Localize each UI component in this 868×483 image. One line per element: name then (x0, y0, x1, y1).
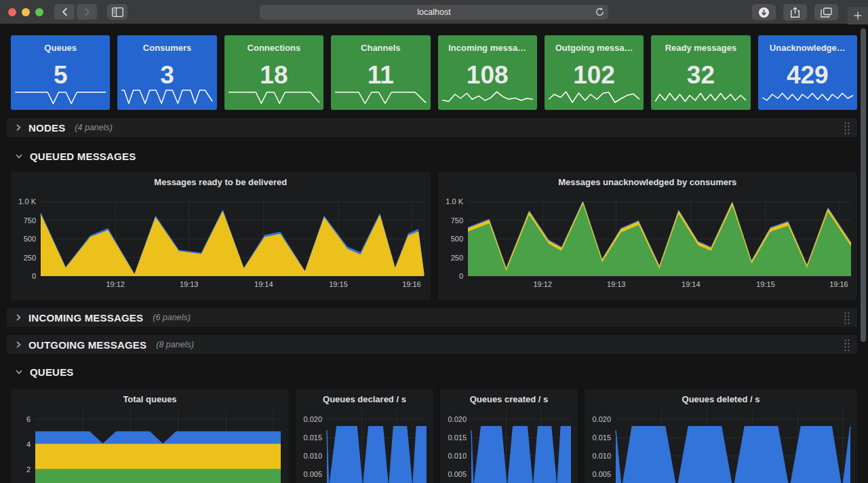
row-title: QUEUES (30, 366, 74, 378)
close-window-button[interactable] (8, 8, 16, 16)
sparkline-chart (335, 83, 426, 106)
panel-title[interactable]: Queues created / s (440, 394, 578, 404)
download-icon (758, 7, 770, 18)
grafana-dashboard: Queues 5 Consumers 3 Connections 18 Chan… (0, 24, 868, 483)
downloads-button[interactable] (752, 4, 776, 20)
svg-text:19:13: 19:13 (180, 280, 199, 288)
svg-text:19:15: 19:15 (756, 280, 775, 288)
row-nodes[interactable]: NODES (4 panels) (7, 118, 857, 137)
svg-text:19:12: 19:12 (533, 280, 552, 288)
svg-text:0.010: 0.010 (448, 452, 467, 460)
stat-title: Ready messages (665, 43, 737, 53)
row-title: QUEUED MESSAGES (30, 151, 136, 162)
svg-text:19:15: 19:15 (329, 280, 348, 288)
window-controls (8, 8, 43, 16)
panel-title[interactable]: Queues declared / s (296, 394, 433, 404)
row-incoming-messages[interactable]: INCOMING MESSAGES (6 panels) (7, 308, 857, 327)
svg-text:0.020: 0.020 (303, 415, 322, 423)
sidebar-toggle-button[interactable] (107, 4, 127, 20)
share-button[interactable] (783, 4, 807, 20)
svg-text:19:16: 19:16 (829, 280, 848, 288)
reload-button[interactable] (595, 7, 605, 20)
svg-text:4: 4 (26, 440, 31, 448)
sparkline-chart (655, 83, 746, 106)
chevron-down-icon (15, 153, 23, 159)
svg-text:250: 250 (450, 254, 462, 262)
section-queues[interactable]: QUEUES (11, 362, 857, 381)
back-button[interactable] (54, 4, 75, 20)
stat-panel-outgoing-messages[interactable]: Outgoing messa… 102 (545, 35, 644, 110)
chevron-left-icon (62, 7, 68, 16)
forward-button[interactable] (77, 4, 97, 20)
panel-title[interactable]: Messages unacknowledged by consumers (438, 177, 858, 187)
stat-panel-connections[interactable]: Connections 18 (224, 35, 323, 110)
svg-text:0.020: 0.020 (448, 415, 467, 423)
svg-text:1.0 K: 1.0 K (18, 197, 36, 206)
svg-text:750: 750 (450, 216, 462, 225)
sparkline-chart (442, 83, 533, 106)
scrollbar-thumb[interactable] (861, 28, 866, 342)
address-bar[interactable]: localhost (260, 5, 608, 20)
svg-text:1.0 K: 1.0 K (446, 197, 463, 206)
stat-panel-incoming-messages[interactable]: Incoming messa… 108 (438, 35, 537, 110)
row-drag-handle[interactable] (844, 121, 851, 134)
reload-icon (595, 7, 605, 17)
svg-text:0.015: 0.015 (448, 433, 467, 442)
row-drag-handle[interactable] (844, 311, 851, 324)
stat-title: Connections (248, 43, 301, 53)
stat-panel-queues[interactable]: Queues 5 (11, 35, 110, 110)
queues-panels: Total queues 0246 Queues declared / s 0.… (11, 389, 857, 483)
svg-text:250: 250 (24, 254, 36, 262)
new-tab-button[interactable] (848, 7, 868, 24)
svg-text:500: 500 (24, 235, 36, 243)
svg-text:0.010: 0.010 (592, 452, 611, 460)
stat-panel-channels[interactable]: Channels 11 (331, 35, 430, 110)
stat-title: Queues (44, 43, 77, 53)
panel-messages-ready: Messages ready to be delivered 025050075… (11, 172, 431, 301)
svg-text:19:12: 19:12 (106, 280, 125, 288)
svg-text:19:13: 19:13 (606, 280, 625, 288)
chevron-right-icon (84, 7, 90, 16)
row-title: NODES (28, 122, 65, 134)
panel-title[interactable]: Queues deleted / s (585, 394, 857, 404)
row-outgoing-messages[interactable]: OUTGOING MESSAGES (8 panels) (7, 335, 857, 354)
sparkline-chart (15, 83, 106, 106)
svg-text:0: 0 (458, 272, 462, 280)
sidebar-icon (112, 7, 123, 17)
row-title: INCOMING MESSAGES (28, 312, 143, 324)
browser-chrome: localhost (0, 0, 868, 24)
panel-queues-declared: Queues declared / s 0.0050.0100.0150.020 (296, 389, 433, 483)
chevron-down-icon (15, 368, 23, 375)
sparkline-chart (549, 83, 639, 106)
tab-overview-button[interactable] (814, 4, 838, 20)
stat-panel-consumers[interactable]: Consumers 3 (117, 35, 216, 110)
svg-text:19:14: 19:14 (254, 280, 273, 288)
stat-title: Consumers (143, 43, 192, 53)
svg-text:6: 6 (26, 415, 31, 423)
toolbar-buttons (752, 4, 838, 20)
chevron-right-icon (15, 313, 22, 322)
stat-panel-ready-messages[interactable]: Ready messages 32 (651, 35, 750, 110)
svg-text:500: 500 (450, 235, 462, 243)
panel-title[interactable]: Total queues (11, 394, 289, 404)
svg-text:0.005: 0.005 (592, 470, 611, 478)
sparkline-chart (121, 83, 212, 106)
minimize-window-button[interactable] (22, 8, 30, 16)
queued-messages-panels: Messages ready to be delivered 025050075… (11, 172, 857, 301)
section-queued-messages[interactable]: QUEUED MESSAGES (11, 147, 857, 166)
zoom-window-button[interactable] (35, 8, 43, 16)
svg-text:0.005: 0.005 (303, 470, 322, 478)
svg-text:0.020: 0.020 (592, 415, 611, 423)
row-drag-handle[interactable] (844, 339, 851, 351)
stat-panel-unacknowledged[interactable]: Unacknowledge… 429 (758, 35, 857, 110)
row-panel-count: (8 panels) (156, 340, 194, 349)
plus-icon (854, 12, 862, 20)
svg-text:19:14: 19:14 (682, 280, 701, 288)
panel-title[interactable]: Messages ready to be delivered (11, 177, 431, 187)
panel-total-queues: Total queues 0246 (11, 389, 289, 483)
stat-title: Outgoing messa… (555, 43, 633, 53)
chevron-right-icon (15, 341, 22, 349)
sparkline-chart (762, 83, 853, 106)
chevron-right-icon (15, 123, 22, 132)
svg-text:0: 0 (32, 272, 36, 280)
